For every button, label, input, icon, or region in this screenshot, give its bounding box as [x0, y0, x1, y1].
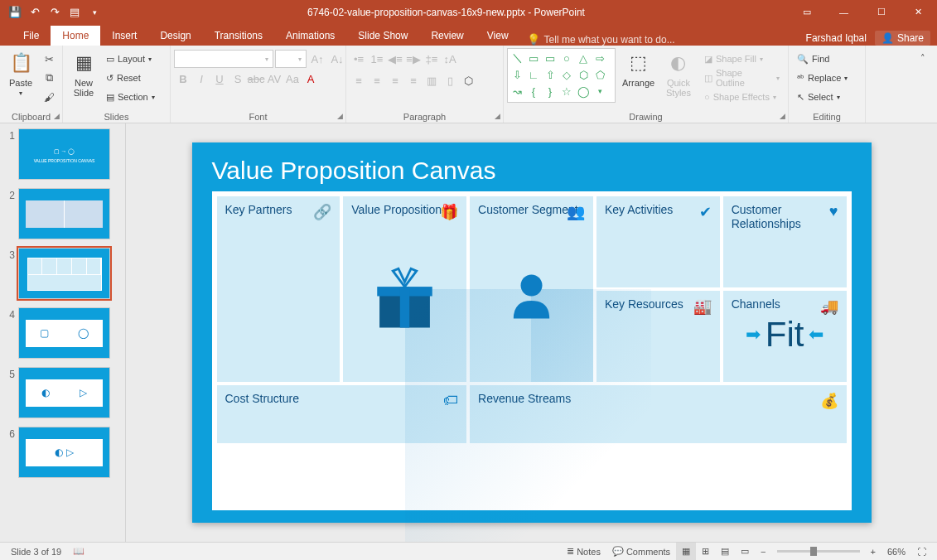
tab-design[interactable]: Design	[148, 26, 202, 46]
shape-tri-icon[interactable]: △	[575, 50, 592, 66]
shape-star-icon[interactable]: ☆	[558, 83, 575, 99]
spacing-icon[interactable]: AV	[265, 70, 283, 88]
shape-effects-button[interactable]: ○Shape Effects▾	[701, 88, 783, 106]
shape-oval-icon[interactable]: ○	[558, 50, 575, 66]
tab-insert[interactable]: Insert	[100, 26, 148, 46]
current-slide[interactable]: Value Proposition Canvas Key Partners🔗 K…	[192, 142, 872, 523]
minimize-icon[interactable]: —	[825, 0, 862, 24]
redo-icon[interactable]: ↷	[45, 2, 65, 22]
change-case-icon[interactable]: Aa	[283, 70, 302, 88]
tab-animations[interactable]: Animations	[274, 26, 346, 46]
cell-customer-relationships[interactable]: Customer Relationships♥	[723, 196, 847, 287]
format-painter-icon[interactable]: 🖌	[40, 88, 58, 106]
align-left-icon[interactable]: ≡	[350, 71, 368, 89]
close-icon[interactable]: ✕	[900, 0, 937, 24]
thumbnail-4[interactable]: 4▢◯	[5, 307, 125, 359]
shapes-gallery[interactable]: ＼▭▭○△⇨ ⇩∟⇧◇⬡⬠ ↝{}☆◯▾	[507, 48, 616, 103]
shape-line-icon[interactable]: ＼	[509, 50, 525, 66]
tab-transitions[interactable]: Transitions	[203, 26, 274, 46]
font-family-select[interactable]: ▾	[174, 50, 273, 68]
arrange-button[interactable]: ⬚Arrange	[619, 48, 658, 89]
shadow-icon[interactable]: S	[229, 70, 247, 88]
start-slideshow-icon[interactable]: ▤	[65, 2, 85, 22]
select-button[interactable]: ↖Select▾	[794, 88, 851, 106]
replace-button[interactable]: ᵃᵇReplace▾	[794, 69, 851, 87]
tab-review[interactable]: Review	[419, 26, 475, 46]
tab-file[interactable]: File	[12, 26, 51, 46]
tab-view[interactable]: View	[476, 26, 520, 46]
thumbnail-1[interactable]: 1▢ → ◯VALUE PROPOSITION CANVAS	[5, 128, 125, 180]
align-text-icon[interactable]: ▯	[441, 71, 459, 89]
reading-view-icon[interactable]: ▤	[715, 543, 735, 561]
undo-icon[interactable]: ↶	[25, 2, 45, 22]
comments-button[interactable]: 💬 Comments	[606, 543, 676, 561]
tab-home[interactable]: Home	[51, 26, 100, 46]
clipboard-launcher-icon[interactable]: ◢	[54, 112, 60, 120]
notes-button[interactable]: ≣ Notes	[561, 543, 606, 561]
shape-l-icon[interactable]: ∟	[525, 66, 542, 83]
shape-callout-icon[interactable]: ◯	[575, 83, 592, 99]
save-icon[interactable]: 💾	[5, 2, 25, 22]
font-launcher-icon[interactable]: ◢	[337, 112, 343, 120]
italic-icon[interactable]: I	[192, 70, 210, 88]
slide-thumbnails-panel[interactable]: 1▢ → ◯VALUE PROPOSITION CANVAS 2 3 4▢◯ 5…	[0, 123, 126, 542]
grow-font-icon[interactable]: A↑	[308, 50, 326, 68]
strike-icon[interactable]: abc	[247, 70, 265, 88]
reset-button[interactable]: ↺Reset	[103, 69, 158, 87]
cell-key-partners[interactable]: Key Partners🔗	[217, 196, 341, 382]
align-center-icon[interactable]: ≡	[368, 71, 386, 89]
zoom-level[interactable]: 66%	[881, 543, 911, 561]
shape-rect-icon[interactable]: ▭	[525, 50, 542, 66]
user-name[interactable]: Farshad Iqbal	[806, 32, 867, 44]
cell-key-activities[interactable]: Key Activities✔	[596, 196, 720, 287]
thumbnail-3[interactable]: 3	[5, 248, 125, 299]
normal-view-icon[interactable]: ▦	[676, 543, 696, 561]
cell-customer-segments[interactable]: Customer Segments👥	[470, 196, 593, 382]
cell-channels[interactable]: Channels🚚 ➡Fit⬅	[723, 291, 847, 382]
tell-me-search[interactable]: 💡Tell me what you want to do...	[520, 33, 682, 46]
cell-key-resources[interactable]: Key Resources🏭	[596, 291, 720, 382]
shrink-font-icon[interactable]: A↓	[328, 50, 346, 68]
shape-outline-button[interactable]: ◫Shape Outline▾	[701, 69, 783, 87]
qat-customize-icon[interactable]: ▾	[85, 2, 104, 22]
paragraph-launcher-icon[interactable]: ◢	[495, 112, 500, 120]
slide-title[interactable]: Value Proposition Canvas	[212, 152, 852, 191]
copy-icon[interactable]: ⧉	[40, 69, 58, 87]
cut-icon[interactable]: ✂	[40, 50, 58, 68]
new-slide-button[interactable]: ▦New Slide	[66, 48, 101, 99]
shape-diamond-icon[interactable]: ◇	[558, 66, 575, 83]
layout-button[interactable]: ▭Layout▾	[103, 50, 158, 68]
shape-conn-icon[interactable]: ↝	[509, 83, 525, 99]
shape-brace1-icon[interactable]: {	[525, 83, 542, 99]
zoom-in-icon[interactable]: +	[865, 543, 881, 561]
zoom-out-icon[interactable]: −	[755, 543, 771, 561]
cell-cost-structure[interactable]: Cost Structure🏷	[217, 385, 467, 443]
cell-value-propositions[interactable]: Value Propositions🎁	[343, 196, 466, 382]
thumbnail-5[interactable]: 5◐▷	[5, 367, 125, 418]
shape-more-icon[interactable]: ▾	[592, 83, 608, 99]
indent-dec-icon[interactable]: ◀≡	[386, 50, 404, 68]
bold-icon[interactable]: B	[174, 70, 192, 88]
find-button[interactable]: 🔍Find	[794, 50, 851, 68]
shape-pent-icon[interactable]: ⬠	[592, 66, 608, 83]
shape-arrow3-icon[interactable]: ⇧	[542, 66, 558, 83]
ribbon-options-icon[interactable]: ▭	[788, 0, 825, 24]
thumbnail-6[interactable]: 6◐ ▷	[5, 427, 125, 478]
spellcheck-icon[interactable]: 📖	[67, 543, 90, 561]
shape-brace2-icon[interactable]: }	[542, 83, 558, 99]
justify-icon[interactable]: ≡	[404, 71, 423, 89]
maximize-icon[interactable]: ☐	[862, 0, 900, 24]
zoom-slider[interactable]	[777, 550, 860, 553]
shape-rect2-icon[interactable]: ▭	[542, 50, 558, 66]
tab-slideshow[interactable]: Slide Show	[346, 26, 419, 46]
columns-icon[interactable]: ▥	[423, 71, 441, 89]
shape-arrow-icon[interactable]: ⇨	[592, 50, 608, 66]
line-spacing-icon[interactable]: ‡≡	[423, 50, 441, 68]
underline-icon[interactable]: U	[210, 70, 229, 88]
shape-arrow2-icon[interactable]: ⇩	[509, 66, 525, 83]
quick-styles-button[interactable]: ◐Quick Styles	[661, 48, 696, 99]
slide-editor-area[interactable]: Value Proposition Canvas Key Partners🔗 K…	[126, 123, 937, 542]
section-button[interactable]: ▤Section▾	[103, 88, 158, 106]
fit-window-icon[interactable]: ⛶	[911, 543, 932, 561]
paste-button[interactable]: 📋Paste▾	[3, 48, 38, 99]
